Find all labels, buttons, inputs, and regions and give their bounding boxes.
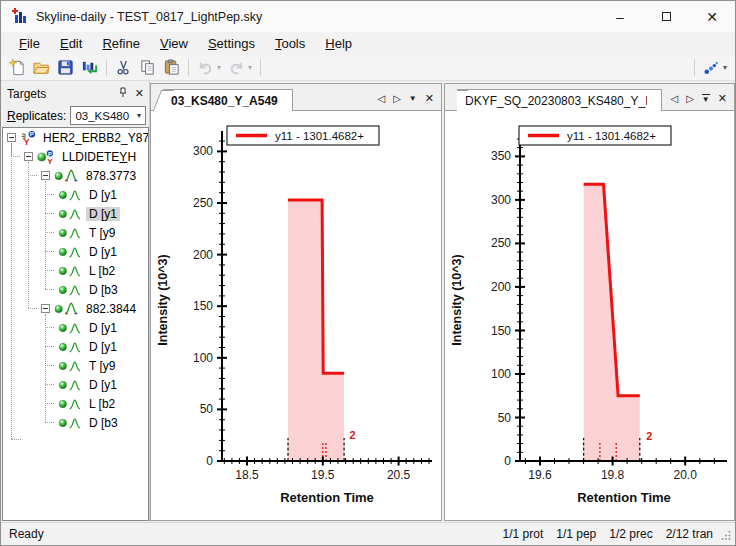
status-counts: 1/1 prot1/1 pep1/2 prec2/12 tran — [503, 527, 713, 541]
node-label: HER2_ERBB2_Y877 — [40, 131, 149, 145]
transition-node[interactable]: D [y1 — [3, 375, 148, 394]
menu-edit[interactable]: Edit — [50, 34, 92, 53]
chart-tab[interactable]: DKYF_SQ_20230803_KS480_Y_MKN45 — [457, 89, 662, 111]
svg-text:100: 100 — [491, 367, 511, 381]
close-icon[interactable]: ✕ — [425, 93, 434, 104]
svg-text:18.5: 18.5 — [235, 468, 259, 482]
menu-bar: FileEditRefineViewSettingsToolsHelp — [1, 32, 735, 55]
collapse-toggle-icon[interactable] — [41, 171, 50, 180]
copy-icon[interactable] — [136, 57, 159, 79]
collapse-toggle-icon[interactable] — [7, 133, 16, 142]
close-button[interactable]: ✕ — [689, 1, 735, 32]
svg-text:19.6: 19.6 — [528, 468, 552, 482]
precursor-node[interactable]: 878.3773 — [3, 166, 148, 185]
transition-node[interactable]: L [b2 — [3, 261, 148, 280]
transition-node[interactable]: D [y1 — [3, 185, 148, 204]
transition-icon — [58, 206, 83, 221]
prev-chart-icon[interactable]: ◁ — [670, 94, 678, 104]
transition-icon — [58, 282, 83, 297]
transition-node[interactable]: D [y1 — [3, 204, 148, 223]
open-file-icon[interactable] — [30, 57, 53, 79]
node-label: D [y1 — [86, 378, 120, 392]
chart-tab[interactable]: 03_KS480_Y_A549 — [163, 89, 293, 111]
chevron-down-icon[interactable]: ▾ — [133, 111, 145, 120]
app-window: Skyline-daily - TEST_0817_LightPep.sky –… — [0, 0, 736, 546]
menu-refine[interactable]: Refine — [92, 34, 150, 53]
svg-text:20.5: 20.5 — [387, 468, 411, 482]
menu-help[interactable]: Help — [315, 34, 362, 53]
svg-text:Intensity (10^3): Intensity (10^3) — [450, 254, 464, 345]
replicates-dropdown[interactable]: 03_KS480 ▾ — [70, 106, 146, 125]
redo-icon — [225, 57, 248, 79]
share-view-icon[interactable] — [700, 57, 723, 79]
main-area: Targets ✕ Replicates: 03_KS480 ▾ PYHER2_… — [1, 81, 735, 522]
transition-node[interactable]: D [b3 — [3, 413, 148, 432]
svg-text:Y: Y — [47, 156, 53, 164]
svg-text:P: P — [48, 150, 52, 156]
transition-icon — [58, 415, 83, 430]
prev-chart-icon[interactable]: ◁ — [377, 94, 385, 104]
pin-icon[interactable] — [118, 87, 128, 100]
svg-text:150: 150 — [491, 324, 511, 338]
transition-icon — [58, 244, 83, 259]
transition-node[interactable]: D [y1 — [3, 318, 148, 337]
svg-text:19.5: 19.5 — [311, 468, 335, 482]
svg-text:50: 50 — [498, 411, 512, 425]
maximize-button[interactable] — [643, 1, 689, 32]
svg-text:200: 200 — [491, 280, 511, 294]
transition-node[interactable]: D [y1 — [3, 337, 148, 356]
status-count: 1/2 prec — [609, 527, 652, 541]
new-document-icon[interactable] — [6, 57, 29, 79]
collapse-toggle-icon[interactable] — [24, 152, 33, 161]
targets-title: Targets — [7, 87, 46, 101]
transition-node[interactable]: T [y9 — [3, 356, 148, 375]
transition-node[interactable]: D [b3 — [3, 280, 148, 299]
replicates-label: Replicates: — [7, 109, 66, 123]
chart-tab-label: DKYF_SQ_20230803_KS480_Y_MKN45 — [465, 94, 647, 108]
node-label: LLDIDETEYH — [59, 150, 139, 164]
close-icon[interactable]: ✕ — [135, 87, 144, 100]
collapse-toggle-icon[interactable] — [41, 304, 50, 313]
precursor-node[interactable]: 882.3844 — [3, 299, 148, 318]
svg-text:19.8: 19.8 — [601, 468, 625, 482]
skyline-app-icon — [11, 8, 28, 25]
node-label: D [b3 — [86, 283, 121, 297]
cut-icon[interactable] — [112, 57, 135, 79]
node-label: D [y1 — [86, 207, 120, 221]
resize-grip[interactable] — [719, 528, 732, 541]
protein-node[interactable]: PYHER2_ERBB2_Y877 — [3, 128, 148, 147]
svg-text:250: 250 — [491, 236, 511, 250]
save-icon[interactable] — [54, 57, 77, 79]
import-results-icon[interactable] — [78, 57, 101, 79]
transition-node[interactable]: T [y9 — [3, 223, 148, 242]
close-icon[interactable]: ✕ — [718, 93, 727, 104]
toolbar: ▾▾▾ — [1, 55, 735, 81]
transition-node[interactable]: L [b2 — [3, 394, 148, 413]
menu-file[interactable]: File — [9, 34, 50, 53]
svg-text:200: 200 — [193, 248, 213, 262]
transition-node[interactable]: D [y1 — [3, 242, 148, 261]
title-bar: Skyline-daily - TEST_0817_LightPep.sky –… — [1, 1, 735, 32]
peptide-node[interactable]: PYLLDIDETEYH — [3, 147, 148, 166]
view-menu-icon[interactable]: ▼ — [702, 94, 710, 104]
view-menu-icon[interactable]: ▼ — [409, 95, 417, 103]
menu-view[interactable]: View — [150, 34, 198, 53]
minimize-button[interactable]: – — [597, 1, 643, 32]
status-text: Ready — [9, 527, 44, 541]
paste-icon[interactable] — [160, 57, 183, 79]
svg-text:Intensity (10^3): Intensity (10^3) — [156, 254, 170, 345]
share-view-icon-dropdown[interactable]: ▾ — [723, 63, 727, 72]
next-chart-icon[interactable]: ▷ — [393, 94, 401, 104]
node-label: L [b2 — [86, 264, 118, 278]
chromatogram-chart[interactable]: 05010015020025030035019.619.820.0y11 - 1… — [445, 111, 734, 520]
node-label: D [y1 — [86, 245, 120, 259]
menu-tools[interactable]: Tools — [265, 34, 315, 53]
next-chart-icon[interactable]: ▷ — [686, 94, 694, 104]
chromatogram-chart[interactable]: 05010015020025030018.519.520.5y11 - 1301… — [151, 111, 441, 520]
svg-text:Y: Y — [24, 136, 30, 145]
menu-settings[interactable]: Settings — [198, 34, 265, 53]
svg-text:2: 2 — [646, 430, 652, 442]
undo-icon — [194, 57, 217, 79]
window-controls: –✕ — [597, 1, 735, 32]
svg-text:y11 - 1301.4682+: y11 - 1301.4682+ — [275, 130, 364, 142]
